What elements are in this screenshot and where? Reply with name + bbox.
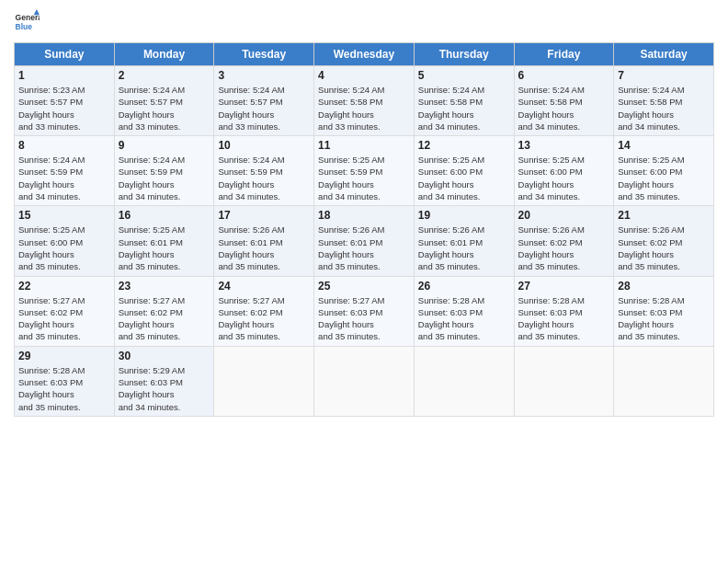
day-number: 28 [618, 280, 710, 293]
svg-marker-2 [34, 9, 40, 15]
day-info: Sunrise: 5:24 AMSunset: 5:57 PMDaylight … [218, 84, 310, 132]
calendar-week-2: 8Sunrise: 5:24 AMSunset: 5:59 PMDaylight… [15, 136, 714, 206]
calendar-header-thursday: Thursday [414, 43, 514, 66]
day-info: Sunrise: 5:25 AMSunset: 6:01 PMDaylight … [119, 224, 210, 272]
day-info: Sunrise: 5:24 AMSunset: 5:57 PMDaylight … [119, 84, 210, 132]
calendar-body: 1Sunrise: 5:23 AMSunset: 5:57 PMDaylight… [15, 66, 714, 417]
calendar-header-monday: Monday [114, 43, 214, 66]
day-number: 2 [119, 69, 210, 82]
calendar-cell: 25Sunrise: 5:27 AMSunset: 6:03 PMDayligh… [314, 276, 415, 346]
day-number: 6 [518, 69, 610, 82]
calendar-cell: 30Sunrise: 5:29 AMSunset: 6:03 PMDayligh… [114, 346, 214, 416]
day-info: Sunrise: 5:28 AMSunset: 6:03 PMDaylight … [418, 294, 510, 343]
day-number: 1 [18, 69, 110, 82]
day-info: Sunrise: 5:24 AMSunset: 5:58 PMDaylight … [618, 84, 710, 132]
day-info: Sunrise: 5:25 AMSunset: 6:00 PMDaylight … [418, 154, 510, 202]
calendar-cell: 6Sunrise: 5:24 AMSunset: 5:58 PMDaylight… [514, 66, 614, 136]
calendar-cell: 7Sunrise: 5:24 AMSunset: 5:58 PMDaylight… [614, 66, 714, 136]
calendar-header-friday: Friday [514, 43, 614, 66]
logo-icon: General Blue [14, 9, 40, 35]
day-info: Sunrise: 5:28 AMSunset: 6:03 PMDaylight … [518, 294, 610, 343]
calendar-cell: 5Sunrise: 5:24 AMSunset: 5:58 PMDaylight… [414, 66, 514, 136]
calendar-cell [614, 346, 714, 416]
day-info: Sunrise: 5:25 AMSunset: 6:00 PMDaylight … [618, 154, 710, 202]
calendar-cell: 16Sunrise: 5:25 AMSunset: 6:01 PMDayligh… [114, 206, 214, 276]
day-number: 30 [119, 350, 210, 362]
calendar-header-sunday: Sunday [15, 43, 115, 66]
calendar-header-tuesday: Tuesday [214, 43, 314, 66]
svg-text:Blue: Blue [16, 22, 33, 31]
logo: General Blue [14, 9, 40, 35]
day-number: 10 [218, 139, 310, 152]
day-number: 9 [119, 139, 210, 152]
calendar-cell: 2Sunrise: 5:24 AMSunset: 5:57 PMDaylight… [114, 66, 214, 136]
calendar-cell: 26Sunrise: 5:28 AMSunset: 6:03 PMDayligh… [414, 276, 514, 346]
calendar-cell: 14Sunrise: 5:25 AMSunset: 6:00 PMDayligh… [614, 136, 714, 206]
calendar: SundayMondayTuesdayWednesdayThursdayFrid… [14, 42, 714, 417]
day-info: Sunrise: 5:28 AMSunset: 6:03 PMDaylight … [618, 294, 710, 343]
calendar-cell: 23Sunrise: 5:27 AMSunset: 6:02 PMDayligh… [114, 276, 214, 346]
day-info: Sunrise: 5:26 AMSunset: 6:02 PMDaylight … [518, 224, 610, 272]
day-number: 26 [418, 280, 510, 293]
calendar-week-4: 22Sunrise: 5:27 AMSunset: 6:02 PMDayligh… [15, 276, 714, 346]
calendar-cell: 8Sunrise: 5:24 AMSunset: 5:59 PMDaylight… [15, 136, 115, 206]
calendar-cell: 28Sunrise: 5:28 AMSunset: 6:03 PMDayligh… [614, 276, 714, 346]
day-number: 16 [119, 209, 210, 222]
day-number: 13 [518, 139, 610, 152]
day-info: Sunrise: 5:24 AMSunset: 5:58 PMDaylight … [418, 84, 510, 132]
day-info: Sunrise: 5:24 AMSunset: 5:59 PMDaylight … [18, 154, 110, 202]
calendar-header-wednesday: Wednesday [314, 43, 415, 66]
day-info: Sunrise: 5:27 AMSunset: 6:02 PMDaylight … [218, 294, 310, 343]
day-info: Sunrise: 5:25 AMSunset: 6:00 PMDaylight … [18, 224, 110, 272]
day-number: 14 [618, 139, 710, 152]
day-number: 8 [18, 139, 110, 152]
calendar-cell: 12Sunrise: 5:25 AMSunset: 6:00 PMDayligh… [414, 136, 514, 206]
calendar-cell: 15Sunrise: 5:25 AMSunset: 6:00 PMDayligh… [15, 206, 115, 276]
day-number: 19 [418, 209, 510, 222]
day-info: Sunrise: 5:28 AMSunset: 6:03 PMDaylight … [18, 364, 110, 413]
day-info: Sunrise: 5:24 AMSunset: 5:58 PMDaylight … [518, 84, 610, 132]
day-number: 5 [418, 69, 510, 82]
calendar-cell: 1Sunrise: 5:23 AMSunset: 5:57 PMDaylight… [15, 66, 115, 136]
calendar-header-row: SundayMondayTuesdayWednesdayThursdayFrid… [15, 43, 714, 66]
calendar-cell: 29Sunrise: 5:28 AMSunset: 6:03 PMDayligh… [15, 346, 115, 416]
calendar-week-1: 1Sunrise: 5:23 AMSunset: 5:57 PMDaylight… [15, 66, 714, 136]
calendar-cell: 20Sunrise: 5:26 AMSunset: 6:02 PMDayligh… [514, 206, 614, 276]
day-info: Sunrise: 5:26 AMSunset: 6:01 PMDaylight … [418, 224, 510, 272]
day-number: 29 [18, 350, 110, 362]
day-number: 17 [218, 209, 310, 222]
day-info: Sunrise: 5:26 AMSunset: 6:01 PMDaylight … [218, 224, 310, 272]
calendar-cell [314, 346, 415, 416]
day-number: 25 [318, 280, 410, 293]
day-number: 21 [618, 209, 710, 222]
calendar-header-saturday: Saturday [614, 43, 714, 66]
day-info: Sunrise: 5:29 AMSunset: 6:03 PMDaylight … [119, 364, 210, 413]
calendar-cell: 4Sunrise: 5:24 AMSunset: 5:58 PMDaylight… [314, 66, 415, 136]
calendar-cell: 13Sunrise: 5:25 AMSunset: 6:00 PMDayligh… [514, 136, 614, 206]
header: General Blue [14, 9, 714, 35]
day-number: 22 [18, 280, 110, 293]
calendar-cell: 27Sunrise: 5:28 AMSunset: 6:03 PMDayligh… [514, 276, 614, 346]
day-number: 4 [318, 69, 410, 82]
calendar-week-5: 29Sunrise: 5:28 AMSunset: 6:03 PMDayligh… [15, 346, 714, 416]
calendar-cell: 17Sunrise: 5:26 AMSunset: 6:01 PMDayligh… [214, 206, 314, 276]
calendar-cell: 18Sunrise: 5:26 AMSunset: 6:01 PMDayligh… [314, 206, 415, 276]
calendar-cell: 21Sunrise: 5:26 AMSunset: 6:02 PMDayligh… [614, 206, 714, 276]
day-number: 18 [318, 209, 410, 222]
calendar-cell: 11Sunrise: 5:25 AMSunset: 5:59 PMDayligh… [314, 136, 415, 206]
day-info: Sunrise: 5:24 AMSunset: 5:58 PMDaylight … [318, 84, 410, 132]
day-info: Sunrise: 5:25 AMSunset: 5:59 PMDaylight … [318, 154, 410, 202]
day-info: Sunrise: 5:26 AMSunset: 6:01 PMDaylight … [318, 224, 410, 272]
day-info: Sunrise: 5:25 AMSunset: 6:00 PMDaylight … [518, 154, 610, 202]
calendar-cell: 19Sunrise: 5:26 AMSunset: 6:01 PMDayligh… [414, 206, 514, 276]
calendar-cell: 3Sunrise: 5:24 AMSunset: 5:57 PMDaylight… [214, 66, 314, 136]
day-number: 23 [119, 280, 210, 293]
calendar-cell [414, 346, 514, 416]
calendar-cell: 22Sunrise: 5:27 AMSunset: 6:02 PMDayligh… [15, 276, 115, 346]
calendar-week-3: 15Sunrise: 5:25 AMSunset: 6:00 PMDayligh… [15, 206, 714, 276]
day-number: 11 [318, 139, 410, 152]
day-info: Sunrise: 5:27 AMSunset: 6:02 PMDaylight … [119, 294, 210, 343]
calendar-cell [514, 346, 614, 416]
day-info: Sunrise: 5:24 AMSunset: 5:59 PMDaylight … [218, 154, 310, 202]
calendar-cell: 10Sunrise: 5:24 AMSunset: 5:59 PMDayligh… [214, 136, 314, 206]
